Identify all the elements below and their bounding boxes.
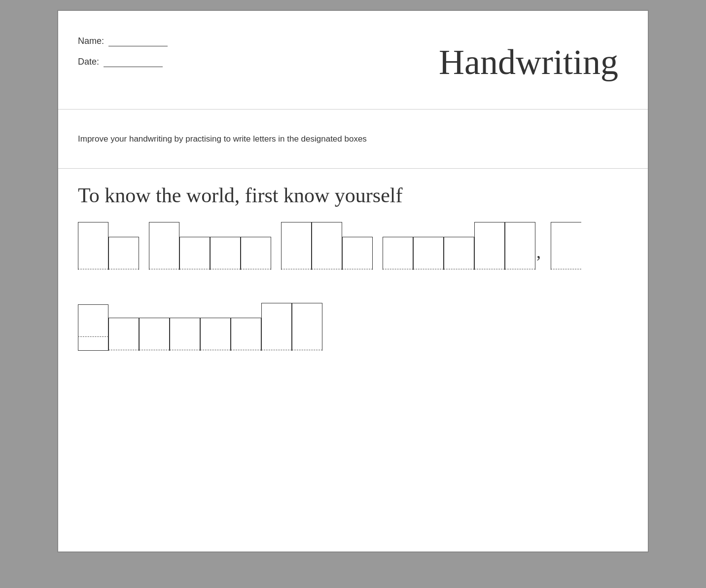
letter-o2 [210, 222, 241, 270]
letter-y [78, 290, 108, 351]
letter-o1 [108, 222, 139, 270]
word-know1 [149, 222, 271, 270]
letter-w1 [241, 222, 271, 270]
letter-e2 [231, 303, 261, 351]
letter-d [505, 222, 535, 270]
comma-mark: , [536, 242, 541, 270]
letter-f2 [292, 303, 322, 351]
letter-w2 [383, 222, 413, 270]
name-underline [108, 36, 168, 46]
letter-T [78, 222, 108, 270]
letter-f [551, 222, 581, 270]
letter-h [312, 222, 342, 270]
letter-l2 [261, 303, 292, 351]
word-to [78, 222, 139, 270]
letter-boxes-row-1: , [78, 222, 628, 270]
letter-u [139, 303, 170, 351]
page: Name: Date: Handwriting Improve your han… [57, 10, 649, 552]
letter-boxes-row-2 [78, 290, 628, 351]
header-fields: Name: Date: [78, 31, 168, 67]
letter-s [200, 303, 231, 351]
letter-r2 [170, 303, 200, 351]
quote-title: To know the world, first know yourself [78, 184, 628, 207]
word-first-partial [551, 222, 581, 270]
letter-l [474, 222, 505, 270]
letter-n1 [179, 222, 210, 270]
date-field: Date: [78, 56, 168, 67]
date-underline [104, 56, 163, 67]
page-title: Handwriting [439, 42, 628, 83]
date-label: Date: [78, 57, 99, 67]
instructions-section: Improve your handwriting by practising t… [58, 110, 648, 169]
letter-k1 [149, 222, 179, 270]
practice-section: To know the world, first know yourself [58, 169, 648, 390]
word-the [281, 222, 373, 270]
header-section: Name: Date: Handwriting [58, 11, 648, 110]
instructions-text: Improve your handwriting by practising t… [78, 134, 367, 144]
name-field: Name: [78, 36, 168, 46]
letter-o4 [108, 303, 139, 351]
letter-r [444, 222, 474, 270]
letter-o3 [413, 222, 444, 270]
word-world: , [383, 222, 541, 270]
name-label: Name: [78, 36, 104, 46]
letter-t [281, 222, 312, 270]
letter-e1 [342, 222, 373, 270]
